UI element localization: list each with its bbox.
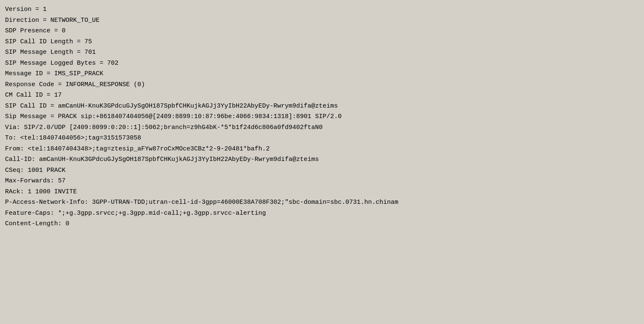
line-2: SDP Presence = 0 — [5, 26, 639, 37]
line-14: Call-ID: amCanUH-KnuK3GPdcuGJySgOH187Spb… — [5, 154, 639, 165]
line-18: P-Access-Network-Info: 3GPP-UTRAN-TDD;ut… — [5, 197, 639, 208]
line-1: Direction = NETWORK_TO_UE — [5, 15, 639, 26]
main-content: Version = 1Direction = NETWORK_TO_UESDP … — [0, 0, 644, 324]
line-15: CSeq: 1001 PRACK — [5, 165, 639, 176]
line-5: SIP Message Logged Bytes = 702 — [5, 58, 639, 69]
line-11: Via: SIP/2.0/UDP [2409:8099:0:20::1]:506… — [5, 122, 639, 133]
line-16: Max-Forwards: 57 — [5, 176, 639, 187]
line-17: RAck: 1 1000 INVITE — [5, 187, 639, 198]
line-4: SIP Message Length = 701 — [5, 47, 639, 58]
line-20: Content-Length: 0 — [5, 219, 639, 229]
line-12: To: <tel:18407404056>;tag=3151573058 — [5, 133, 639, 144]
line-7: Response Code = INFORMAL_RESPONSE (0) — [5, 79, 639, 90]
line-10: Sip Message = PRACK sip:+8618407404056@[… — [5, 111, 639, 122]
line-9: SIP Call ID = amCanUH-KnuK3GPdcuGJySgOH1… — [5, 101, 639, 112]
line-6: Message ID = IMS_SIP_PRACK — [5, 68, 639, 79]
line-3: SIP Call ID Length = 75 — [5, 37, 639, 47]
line-0: Version = 1 — [5, 4, 639, 15]
line-13: From: <tel:18407404348>;tag=ztesip_aFYw8… — [5, 144, 639, 155]
line-19: Feature-Caps: *;+g.3gpp.srvcc;+g.3gpp.mi… — [5, 208, 639, 219]
line-8: CM Call ID = 17 — [5, 90, 639, 101]
